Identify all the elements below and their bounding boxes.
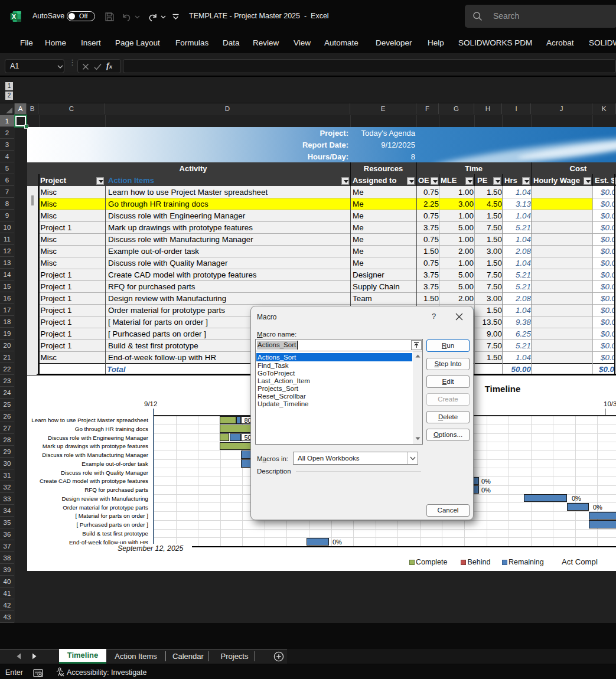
svg-text:X: X bbox=[12, 13, 16, 20]
